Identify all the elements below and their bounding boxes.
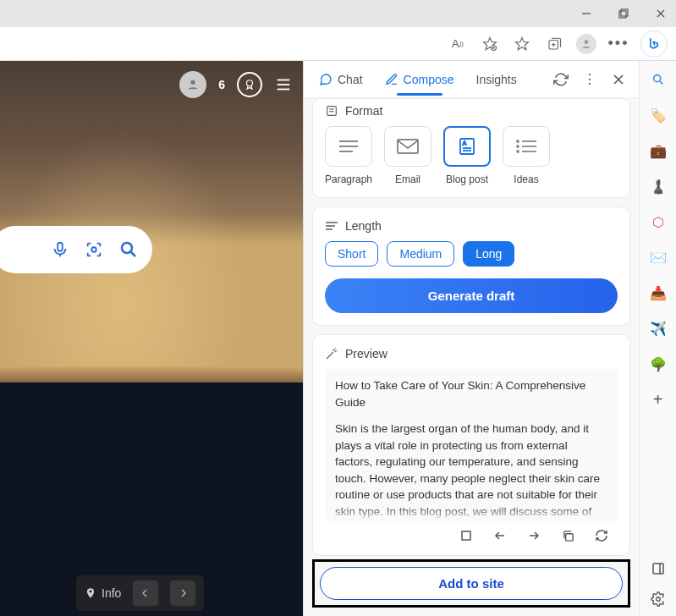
tab-chat[interactable]: Chat bbox=[316, 64, 366, 95]
regenerate-button[interactable] bbox=[594, 528, 609, 543]
rail-tools-icon[interactable]: 💼 bbox=[650, 142, 667, 159]
generate-draft-button[interactable]: Generate draft bbox=[325, 278, 618, 313]
svg-rect-25 bbox=[327, 107, 337, 116]
user-avatar[interactable] bbox=[179, 71, 206, 98]
tab-insights[interactable]: Insights bbox=[473, 64, 520, 95]
rewards-icon[interactable] bbox=[237, 72, 262, 97]
bing-sidebar-button[interactable] bbox=[640, 30, 668, 58]
preview-card: Preview How to Take Care of Your Skin: A… bbox=[312, 334, 630, 556]
svg-point-36 bbox=[517, 140, 519, 142]
svg-text:A: A bbox=[463, 140, 466, 146]
length-short[interactable]: Short bbox=[325, 241, 378, 267]
add-to-site-highlight: Add to site bbox=[312, 559, 630, 608]
svg-rect-31 bbox=[398, 140, 418, 153]
close-window-button[interactable] bbox=[652, 5, 669, 22]
read-aloud-button[interactable]: A)) bbox=[448, 34, 468, 54]
svg-point-40 bbox=[517, 151, 519, 152]
format-ideas[interactable] bbox=[503, 126, 550, 167]
tab-chat-label: Chat bbox=[338, 73, 363, 86]
length-title: Length bbox=[345, 219, 382, 233]
info-label: Info bbox=[102, 586, 121, 600]
svg-point-53 bbox=[656, 597, 660, 602]
svg-rect-51 bbox=[653, 564, 663, 574]
svg-point-20 bbox=[91, 247, 96, 252]
next-draft-button[interactable] bbox=[526, 528, 541, 543]
microphone-icon[interactable] bbox=[51, 240, 69, 259]
svg-rect-1 bbox=[619, 11, 626, 18]
next-image-button[interactable] bbox=[170, 580, 195, 606]
tab-compose-label: Compose bbox=[404, 73, 454, 86]
info-button[interactable]: Info bbox=[85, 586, 121, 600]
window-titlebar bbox=[0, 0, 676, 27]
rail-games-icon[interactable]: ♟️ bbox=[650, 178, 667, 195]
svg-rect-48 bbox=[565, 533, 572, 540]
maximize-button[interactable] bbox=[615, 5, 632, 22]
rail-m365-icon[interactable]: ⬡ bbox=[650, 213, 667, 230]
lens-icon[interactable] bbox=[85, 240, 103, 259]
format-blogpost[interactable]: A bbox=[443, 126, 491, 167]
add-page-favorite-button[interactable] bbox=[480, 34, 500, 54]
copy-button[interactable] bbox=[560, 528, 575, 543]
rail-add-icon[interactable]: + bbox=[650, 391, 667, 408]
prev-draft-button[interactable] bbox=[492, 528, 508, 543]
prev-image-button[interactable] bbox=[133, 580, 158, 606]
search-icon[interactable] bbox=[118, 239, 139, 260]
wand-icon bbox=[325, 347, 338, 360]
browser-toolbar: A)) ••• bbox=[0, 27, 676, 61]
rail-shopping-icon[interactable]: 🏷️ bbox=[650, 107, 667, 124]
tab-compose[interactable]: Compose bbox=[382, 64, 458, 95]
rail-drop-icon[interactable]: 📥 bbox=[650, 284, 667, 301]
rewards-count: 6 bbox=[218, 78, 225, 91]
format-icon bbox=[325, 104, 338, 118]
rail-tree-icon[interactable]: 🌳 bbox=[650, 355, 667, 372]
format-blogpost-label: Blog post bbox=[446, 173, 488, 185]
format-paragraph[interactable] bbox=[325, 126, 372, 167]
preview-body-text: Skin is the largest organ of the human b… bbox=[335, 421, 607, 521]
add-to-site-button[interactable]: Add to site bbox=[320, 567, 623, 600]
svg-rect-45 bbox=[462, 531, 470, 540]
compose-sidepanel: Chat Compose Insights ⋮ Format bbox=[303, 61, 639, 616]
format-paragraph-label: Paragraph bbox=[325, 173, 372, 185]
svg-point-13 bbox=[585, 40, 589, 44]
rail-settings-icon[interactable] bbox=[650, 591, 667, 608]
svg-marker-9 bbox=[516, 37, 529, 49]
edge-sidebar: 🏷️ 💼 ♟️ ⬡ ✉️ 📥 ✈️ 🌳 + bbox=[639, 61, 676, 616]
svg-line-50 bbox=[660, 81, 662, 84]
chat-icon bbox=[319, 73, 333, 86]
svg-rect-19 bbox=[58, 243, 63, 251]
more-menu-button[interactable]: ••• bbox=[608, 34, 629, 54]
svg-point-14 bbox=[191, 80, 195, 85]
location-icon bbox=[85, 587, 96, 599]
svg-point-38 bbox=[517, 146, 519, 147]
minimize-button[interactable] bbox=[578, 5, 595, 22]
compose-icon bbox=[385, 73, 398, 86]
tab-insights-label: Insights bbox=[476, 73, 517, 86]
profile-button[interactable] bbox=[576, 34, 596, 54]
rail-outlook-icon[interactable]: ✉️ bbox=[650, 249, 667, 266]
svg-rect-2 bbox=[621, 9, 628, 16]
svg-point-49 bbox=[653, 75, 660, 82]
format-card: Format Paragraph Email A Blog post bbox=[312, 98, 630, 198]
sidepanel-tabs: Chat Compose Insights ⋮ bbox=[304, 61, 639, 98]
format-email-label: Email bbox=[395, 173, 420, 185]
close-panel-button[interactable] bbox=[610, 71, 627, 88]
panel-more-button[interactable]: ⋮ bbox=[581, 71, 598, 88]
length-medium[interactable]: Medium bbox=[387, 241, 454, 267]
rail-search-icon[interactable] bbox=[650, 71, 667, 88]
search-bar[interactable] bbox=[0, 226, 152, 273]
svg-line-22 bbox=[131, 252, 135, 256]
format-title: Format bbox=[345, 104, 382, 118]
bing-homepage: 6 Info bbox=[0, 61, 303, 616]
favorites-button[interactable] bbox=[512, 34, 532, 54]
length-icon bbox=[325, 221, 338, 231]
collections-button[interactable] bbox=[544, 34, 564, 54]
refresh-button[interactable] bbox=[552, 71, 569, 88]
stop-button[interactable] bbox=[459, 528, 474, 543]
length-long[interactable]: Long bbox=[463, 241, 514, 267]
hamburger-menu-button[interactable] bbox=[274, 75, 294, 94]
rail-toggle-icon[interactable] bbox=[650, 560, 667, 577]
rail-send-icon[interactable]: ✈️ bbox=[650, 320, 667, 337]
format-ideas-label: Ideas bbox=[514, 173, 538, 185]
preview-textarea[interactable]: How to Take Care of Your Skin: A Compreh… bbox=[325, 369, 618, 521]
format-email[interactable] bbox=[384, 126, 431, 167]
